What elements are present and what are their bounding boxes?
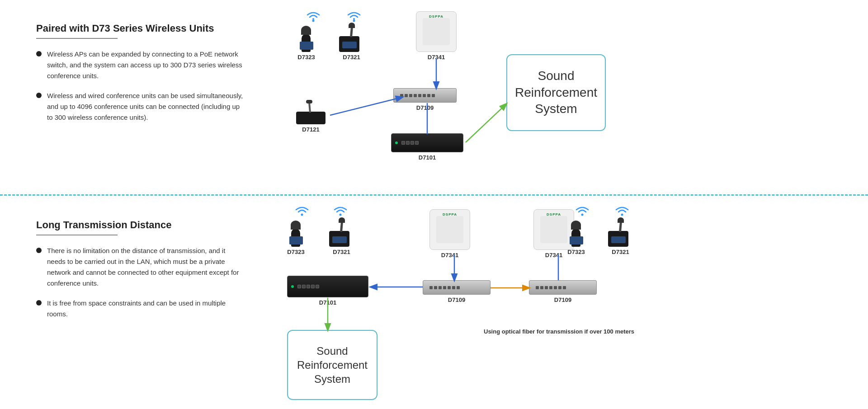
top-diagram: D7323 D7321 DSPPA D7341 (262, 0, 868, 194)
bottom-bullet-2: It is free from space constraints and ca… (36, 298, 244, 320)
d7323-mic-top (296, 23, 316, 52)
svg-point-9 (621, 214, 623, 216)
device-d7101-bottom: D7101 (287, 276, 368, 306)
svg-point-1 (353, 20, 355, 22)
top-section: Paired with D73 Series Wireless Units Wi… (0, 0, 868, 194)
d7109-switch-top (393, 88, 457, 103)
device-d7321-top: D7321 (339, 23, 364, 61)
d7321-mic-bottom-right (608, 217, 633, 247)
device-d7121-top: D7121 (296, 99, 326, 133)
d7323-mic-bottom-left (286, 217, 306, 247)
bottom-bullet-list: There is no limitation on the distance o… (36, 245, 244, 320)
device-d7341-top: DSPPA D7341 (416, 11, 457, 61)
bottom-section: Long Transmission Distance There is no l… (0, 197, 868, 409)
d7321-mic-top (339, 23, 364, 52)
d7101-ctrl-bottom (287, 276, 368, 297)
top-left-text: Paired with D73 Series Wireless Units Wi… (0, 0, 262, 194)
d7121-mic-top (296, 99, 326, 124)
d7101-ctrl-top (391, 133, 463, 152)
device-d7109-top: D7109 (393, 88, 457, 111)
device-d7321-bottom-left: D7321 (329, 217, 354, 255)
bottom-section-title: Long Transmission Distance (36, 219, 244, 231)
bullet-dot-2 (36, 93, 42, 98)
bottom-title-underline (36, 235, 118, 235)
top-title-underline (36, 38, 118, 39)
top-bullet-2: Wireless and wired conference units can … (36, 90, 244, 123)
svg-line-2 (330, 97, 402, 115)
bottom-left-text: Long Transmission Distance There is no l… (0, 197, 262, 409)
svg-point-6 (301, 214, 303, 216)
d7109-switch-bottom-mid (423, 280, 491, 295)
d7321-mic-bottom-left (329, 217, 354, 247)
svg-point-8 (581, 214, 584, 216)
bottom-diagram: D7323 D7321 (262, 197, 868, 409)
d7341-ap-top: DSPPA (416, 11, 457, 52)
srs-box-top: SoundReinforcementSystem (506, 54, 606, 131)
svg-point-0 (312, 20, 315, 22)
bottom-bullet-1: There is no limitation on the distance o… (36, 245, 244, 289)
device-d7341-bottom-mid: DSPPA D7341 (429, 209, 470, 259)
device-d7323-top: D7323 (296, 23, 316, 61)
top-bullet-1: Wireless APs can be expanded by connecti… (36, 49, 244, 81)
page-container: Paired with D73 Series Wireless Units Wi… (0, 0, 868, 409)
dashed-divider (0, 194, 868, 196)
d7323-mic-bottom-right (566, 217, 586, 247)
svg-line-5 (466, 104, 506, 142)
bullet-dot-4 (36, 300, 42, 306)
bullet-dot-3 (36, 248, 42, 253)
device-d7323-bottom-right: D7323 (566, 217, 586, 255)
device-d7321-bottom-right: D7321 (608, 217, 633, 255)
fiber-note: Using optical fiber for transmission if … (484, 328, 634, 336)
top-section-title: Paired with D73 Series Wireless Units (36, 23, 244, 34)
top-bullet-list: Wireless APs can be expanded by connecti… (36, 49, 244, 123)
device-d7109-bottom-mid: D7109 (423, 280, 491, 303)
svg-point-7 (340, 214, 342, 216)
device-d7109-bottom-right: D7109 (529, 280, 597, 303)
bullet-dot-1 (36, 51, 42, 56)
device-d7101-top: D7101 (391, 133, 463, 161)
d7341-ap-bottom-mid: DSPPA (429, 209, 470, 250)
srs-box-bottom: SoundReinforcementSystem (287, 330, 377, 400)
device-d7323-bottom-left: D7323 (286, 217, 306, 255)
d7109-switch-bottom-right (529, 280, 597, 295)
